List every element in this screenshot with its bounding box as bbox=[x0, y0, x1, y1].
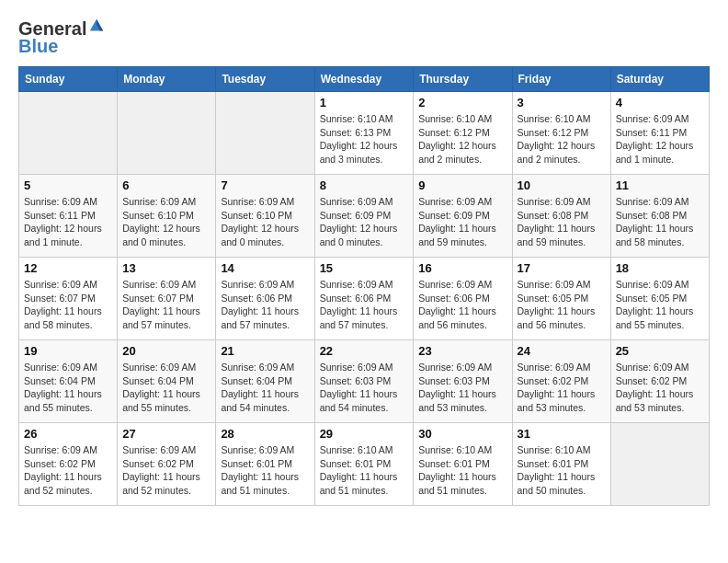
calendar-week-row: 5Sunrise: 6:09 AM Sunset: 6:11 PM Daylig… bbox=[19, 175, 710, 258]
day-info: Sunrise: 6:09 AM Sunset: 6:03 PM Dayligh… bbox=[418, 361, 506, 415]
day-info: Sunrise: 6:09 AM Sunset: 6:05 PM Dayligh… bbox=[518, 278, 606, 332]
day-info: Sunrise: 6:09 AM Sunset: 6:02 PM Dayligh… bbox=[616, 361, 704, 415]
weekday-header: Wednesday bbox=[314, 67, 414, 92]
day-number: 30 bbox=[418, 427, 506, 441]
day-number: 26 bbox=[24, 427, 112, 441]
logo-icon bbox=[88, 17, 105, 34]
day-number: 6 bbox=[122, 178, 210, 192]
calendar-cell: 16Sunrise: 6:09 AM Sunset: 6:06 PM Dayli… bbox=[414, 258, 512, 340]
day-number: 18 bbox=[616, 261, 704, 275]
day-info: Sunrise: 6:09 AM Sunset: 6:03 PM Dayligh… bbox=[320, 361, 409, 415]
day-info: Sunrise: 6:09 AM Sunset: 6:02 PM Dayligh… bbox=[122, 443, 210, 498]
day-info: Sunrise: 6:09 AM Sunset: 6:09 PM Dayligh… bbox=[320, 195, 409, 249]
calendar-cell: 8Sunrise: 6:09 AM Sunset: 6:09 PM Daylig… bbox=[314, 175, 414, 258]
day-info: Sunrise: 6:09 AM Sunset: 6:09 PM Dayligh… bbox=[418, 195, 506, 249]
day-info: Sunrise: 6:09 AM Sunset: 6:11 PM Dayligh… bbox=[616, 112, 704, 167]
calendar-cell: 11Sunrise: 6:09 AM Sunset: 6:08 PM Dayli… bbox=[610, 175, 709, 258]
day-info: Sunrise: 6:09 AM Sunset: 6:02 PM Dayligh… bbox=[518, 361, 606, 415]
calendar-cell: 9Sunrise: 6:09 AM Sunset: 6:09 PM Daylig… bbox=[414, 175, 512, 258]
day-number: 2 bbox=[418, 96, 506, 109]
day-number: 15 bbox=[320, 261, 409, 275]
calendar-cell: 20Sunrise: 6:09 AM Sunset: 6:04 PM Dayli… bbox=[118, 340, 216, 423]
calendar-cell: 31Sunrise: 6:10 AM Sunset: 6:01 PM Dayli… bbox=[512, 423, 610, 506]
day-info: Sunrise: 6:10 AM Sunset: 6:13 PM Dayligh… bbox=[320, 112, 409, 167]
calendar-cell: 29Sunrise: 6:10 AM Sunset: 6:01 PM Dayli… bbox=[314, 423, 414, 506]
calendar-cell bbox=[216, 92, 314, 175]
day-number: 13 bbox=[122, 261, 210, 275]
day-number: 24 bbox=[518, 344, 606, 358]
calendar-cell: 17Sunrise: 6:09 AM Sunset: 6:05 PM Dayli… bbox=[512, 258, 610, 340]
weekday-header: Saturday bbox=[610, 67, 709, 92]
day-info: Sunrise: 6:10 AM Sunset: 6:12 PM Dayligh… bbox=[418, 112, 506, 167]
calendar-cell bbox=[19, 92, 118, 175]
day-number: 23 bbox=[418, 344, 506, 358]
page-header: General Blue bbox=[18, 18, 710, 57]
day-info: Sunrise: 6:09 AM Sunset: 6:08 PM Dayligh… bbox=[616, 195, 704, 249]
day-info: Sunrise: 6:09 AM Sunset: 6:10 PM Dayligh… bbox=[221, 195, 309, 249]
day-number: 7 bbox=[221, 178, 309, 192]
day-info: Sunrise: 6:09 AM Sunset: 6:05 PM Dayligh… bbox=[616, 278, 704, 332]
day-info: Sunrise: 6:09 AM Sunset: 6:07 PM Dayligh… bbox=[24, 278, 112, 332]
day-info: Sunrise: 6:10 AM Sunset: 6:01 PM Dayligh… bbox=[518, 443, 606, 498]
day-info: Sunrise: 6:09 AM Sunset: 6:02 PM Dayligh… bbox=[24, 443, 112, 498]
day-number: 22 bbox=[320, 344, 409, 358]
calendar-cell: 12Sunrise: 6:09 AM Sunset: 6:07 PM Dayli… bbox=[19, 258, 118, 340]
calendar-cell: 2Sunrise: 6:10 AM Sunset: 6:12 PM Daylig… bbox=[414, 92, 512, 175]
day-number: 29 bbox=[320, 427, 409, 441]
calendar-cell: 26Sunrise: 6:09 AM Sunset: 6:02 PM Dayli… bbox=[19, 423, 118, 506]
calendar-cell: 1Sunrise: 6:10 AM Sunset: 6:13 PM Daylig… bbox=[314, 92, 414, 175]
day-number: 10 bbox=[518, 178, 606, 192]
weekday-header: Friday bbox=[512, 67, 610, 92]
calendar-body: 1Sunrise: 6:10 AM Sunset: 6:13 PM Daylig… bbox=[19, 92, 710, 506]
calendar-cell: 28Sunrise: 6:09 AM Sunset: 6:01 PM Dayli… bbox=[216, 423, 314, 506]
day-number: 14 bbox=[221, 261, 309, 275]
calendar-week-row: 1Sunrise: 6:10 AM Sunset: 6:13 PM Daylig… bbox=[19, 92, 710, 175]
calendar-cell: 19Sunrise: 6:09 AM Sunset: 6:04 PM Dayli… bbox=[19, 340, 118, 423]
day-number: 27 bbox=[122, 427, 210, 441]
day-number: 31 bbox=[518, 427, 606, 441]
day-number: 11 bbox=[616, 178, 704, 192]
calendar-cell: 23Sunrise: 6:09 AM Sunset: 6:03 PM Dayli… bbox=[414, 340, 512, 423]
day-info: Sunrise: 6:09 AM Sunset: 6:10 PM Dayligh… bbox=[122, 195, 210, 249]
day-info: Sunrise: 6:09 AM Sunset: 6:08 PM Dayligh… bbox=[518, 195, 606, 249]
day-info: Sunrise: 6:10 AM Sunset: 6:01 PM Dayligh… bbox=[418, 443, 506, 498]
day-number: 21 bbox=[221, 344, 309, 358]
calendar-cell: 22Sunrise: 6:09 AM Sunset: 6:03 PM Dayli… bbox=[314, 340, 414, 423]
day-info: Sunrise: 6:09 AM Sunset: 6:06 PM Dayligh… bbox=[418, 278, 506, 332]
day-number: 12 bbox=[24, 261, 112, 275]
calendar-cell: 25Sunrise: 6:09 AM Sunset: 6:02 PM Dayli… bbox=[610, 340, 709, 423]
day-number: 4 bbox=[616, 96, 704, 109]
day-number: 19 bbox=[24, 344, 112, 358]
calendar-cell: 30Sunrise: 6:10 AM Sunset: 6:01 PM Dayli… bbox=[414, 423, 512, 506]
day-number: 1 bbox=[320, 96, 409, 109]
day-number: 8 bbox=[320, 178, 409, 192]
logo: General Blue bbox=[18, 18, 105, 57]
calendar-cell: 15Sunrise: 6:09 AM Sunset: 6:06 PM Dayli… bbox=[314, 258, 414, 340]
calendar-cell: 5Sunrise: 6:09 AM Sunset: 6:11 PM Daylig… bbox=[19, 175, 118, 258]
calendar-cell: 14Sunrise: 6:09 AM Sunset: 6:06 PM Dayli… bbox=[216, 258, 314, 340]
calendar-cell: 18Sunrise: 6:09 AM Sunset: 6:05 PM Dayli… bbox=[610, 258, 709, 340]
calendar-week-row: 26Sunrise: 6:09 AM Sunset: 6:02 PM Dayli… bbox=[19, 423, 710, 506]
calendar-cell: 3Sunrise: 6:10 AM Sunset: 6:12 PM Daylig… bbox=[512, 92, 610, 175]
day-info: Sunrise: 6:09 AM Sunset: 6:04 PM Dayligh… bbox=[122, 361, 210, 415]
day-number: 3 bbox=[518, 96, 606, 109]
day-info: Sunrise: 6:10 AM Sunset: 6:12 PM Dayligh… bbox=[518, 112, 606, 167]
day-info: Sunrise: 6:09 AM Sunset: 6:04 PM Dayligh… bbox=[24, 361, 112, 415]
day-info: Sunrise: 6:09 AM Sunset: 6:04 PM Dayligh… bbox=[221, 361, 309, 415]
calendar-cell bbox=[118, 92, 216, 175]
day-info: Sunrise: 6:09 AM Sunset: 6:07 PM Dayligh… bbox=[122, 278, 210, 332]
day-info: Sunrise: 6:10 AM Sunset: 6:01 PM Dayligh… bbox=[320, 443, 409, 498]
day-number: 17 bbox=[518, 261, 606, 275]
day-number: 25 bbox=[616, 344, 704, 358]
day-number: 5 bbox=[24, 178, 112, 192]
weekday-header: Monday bbox=[118, 67, 216, 92]
weekday-header: Thursday bbox=[414, 67, 512, 92]
day-number: 9 bbox=[418, 178, 506, 192]
calendar-cell: 10Sunrise: 6:09 AM Sunset: 6:08 PM Dayli… bbox=[512, 175, 610, 258]
day-number: 20 bbox=[122, 344, 210, 358]
calendar-table: SundayMondayTuesdayWednesdayThursdayFrid… bbox=[18, 66, 710, 506]
calendar-week-row: 19Sunrise: 6:09 AM Sunset: 6:04 PM Dayli… bbox=[19, 340, 710, 423]
calendar-cell: 13Sunrise: 6:09 AM Sunset: 6:07 PM Dayli… bbox=[118, 258, 216, 340]
calendar-cell bbox=[610, 423, 709, 506]
weekday-header: Sunday bbox=[19, 67, 118, 92]
